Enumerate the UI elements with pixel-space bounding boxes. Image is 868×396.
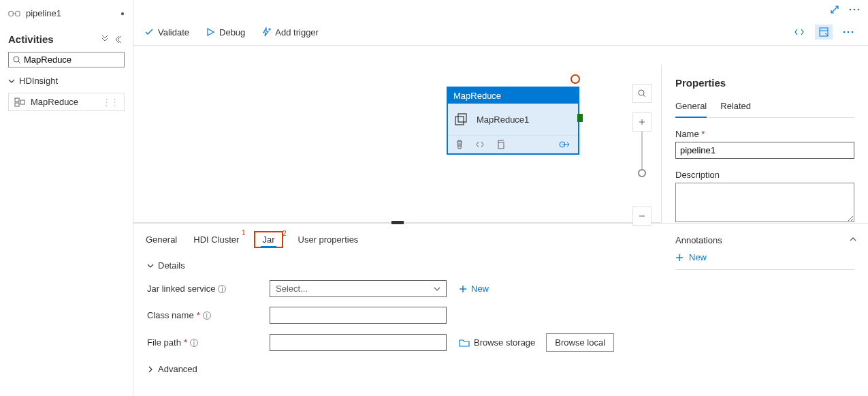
svg-point-10 xyxy=(858,9,860,11)
activity-settings-panel: General HDI Cluster1 Jar2 User propertie… xyxy=(133,223,868,396)
validation-error-icon[interactable] xyxy=(570,74,580,84)
tab-user-properties[interactable]: User properties xyxy=(297,232,360,247)
code-icon[interactable] xyxy=(475,140,485,149)
svg-line-24 xyxy=(643,95,645,97)
tab-hdi-cluster[interactable]: HDI Cluster1 xyxy=(192,232,240,247)
pipeline-canvas[interactable]: MapReduce MapReduce1 xyxy=(133,46,661,223)
zoom-thumb[interactable] xyxy=(638,169,646,177)
class-name-input[interactable] xyxy=(270,307,447,324)
svg-rect-19 xyxy=(455,117,464,125)
zoom-out-button[interactable] xyxy=(632,207,652,226)
category-hdinsight[interactable]: HDInsight xyxy=(8,76,125,86)
chevron-down-icon xyxy=(8,78,15,85)
chevron-right-icon xyxy=(147,366,154,373)
activities-heading: Activities xyxy=(8,33,54,45)
collapse-settings-icon[interactable] xyxy=(849,235,857,243)
chevron-down-icon xyxy=(434,286,440,292)
properties-view-icon[interactable] xyxy=(815,25,833,40)
activity-node-mapreduce[interactable]: MapReduce MapReduce1 xyxy=(447,87,579,155)
node-type-icon xyxy=(455,113,470,125)
info-icon[interactable]: i xyxy=(203,311,211,320)
svg-point-16 xyxy=(843,31,846,33)
mapreduce-icon xyxy=(14,97,25,107)
svg-rect-1 xyxy=(16,11,20,16)
collapse-all-icon[interactable] xyxy=(100,35,110,44)
advanced-toggle[interactable]: Advanced xyxy=(147,364,854,374)
info-icon[interactable]: i xyxy=(190,339,198,347)
svg-rect-5 xyxy=(15,98,19,102)
add-trigger-button[interactable]: Add trigger xyxy=(261,27,319,37)
node-header: MapReduce xyxy=(448,88,578,104)
svg-point-8 xyxy=(850,9,852,11)
new-linked-service-button[interactable]: New xyxy=(459,284,489,294)
props-tab-related[interactable]: Related xyxy=(720,101,751,117)
svg-rect-20 xyxy=(458,114,466,122)
svg-point-18 xyxy=(852,31,854,33)
properties-title: Properties xyxy=(675,77,854,89)
class-name-label: Class name * i xyxy=(147,310,270,320)
svg-point-23 xyxy=(639,90,644,95)
svg-point-9 xyxy=(854,9,856,11)
activities-sidebar: pipeline1 ● Activities HDIn xyxy=(0,0,133,396)
drag-grip-icon: ⋮⋮ xyxy=(102,97,118,107)
svg-rect-6 xyxy=(15,103,19,106)
debug-button[interactable]: Debug xyxy=(206,27,245,37)
zoom-in-button[interactable] xyxy=(632,112,652,132)
svg-line-4 xyxy=(18,61,20,63)
validate-button[interactable]: Validate xyxy=(144,27,189,37)
code-view-icon[interactable] xyxy=(790,25,808,40)
collapse-panel-icon[interactable] xyxy=(115,35,125,44)
activities-search[interactable] xyxy=(8,52,125,67)
tab-general[interactable]: General xyxy=(144,232,178,247)
svg-line-15 xyxy=(825,33,828,35)
copy-icon[interactable] xyxy=(496,140,505,149)
zoom-search-button[interactable] xyxy=(632,84,652,103)
description-label: Description xyxy=(675,170,854,180)
svg-point-17 xyxy=(848,31,850,33)
props-tab-general[interactable]: General xyxy=(675,101,707,118)
file-path-label: File path * i xyxy=(147,337,270,348)
panel-resize-handle[interactable] xyxy=(391,221,404,224)
name-label: Name * xyxy=(675,129,854,139)
trigger-icon xyxy=(261,27,271,37)
check-icon xyxy=(144,27,154,37)
details-toggle[interactable]: Details xyxy=(147,260,854,271)
plus-icon xyxy=(459,285,467,293)
browse-local-button[interactable]: Browse local xyxy=(546,333,614,352)
info-icon[interactable]: i xyxy=(218,285,226,293)
svg-rect-0 xyxy=(9,11,13,16)
activities-search-input[interactable] xyxy=(21,55,120,65)
node-output-handle[interactable] xyxy=(577,114,583,122)
pipeline-icon xyxy=(8,9,20,18)
folder-icon xyxy=(459,339,470,347)
chevron-down-icon xyxy=(147,262,154,269)
more-icon[interactable] xyxy=(849,8,860,11)
file-path-input[interactable] xyxy=(270,334,447,351)
output-arrow-icon[interactable] xyxy=(559,140,571,149)
pipeline-title[interactable]: pipeline1 xyxy=(26,8,61,18)
toolbar-more-icon[interactable] xyxy=(839,29,857,35)
description-input[interactable] xyxy=(675,183,854,222)
search-icon xyxy=(13,56,21,64)
jar-linked-service-label: Jar linked service i xyxy=(147,284,270,294)
delete-icon[interactable] xyxy=(455,140,464,149)
svg-point-3 xyxy=(14,57,19,62)
browse-storage-button[interactable]: Browse storage xyxy=(459,337,535,348)
svg-rect-21 xyxy=(498,142,504,149)
svg-rect-7 xyxy=(20,100,25,104)
name-input[interactable] xyxy=(675,142,854,159)
activity-mapreduce[interactable]: MapReduce ⋮⋮ xyxy=(8,93,125,111)
tab-jar[interactable]: Jar2 xyxy=(254,231,283,248)
unsaved-indicator-icon: ● xyxy=(120,10,125,17)
zoom-slider[interactable] xyxy=(641,132,643,172)
properties-panel: Properties General Related Name * Descri… xyxy=(661,65,868,223)
play-icon xyxy=(206,27,215,37)
expand-icon[interactable] xyxy=(830,5,839,14)
jar-linked-service-select[interactable]: Select... xyxy=(270,280,447,297)
node-name: MapReduce1 xyxy=(477,115,529,125)
